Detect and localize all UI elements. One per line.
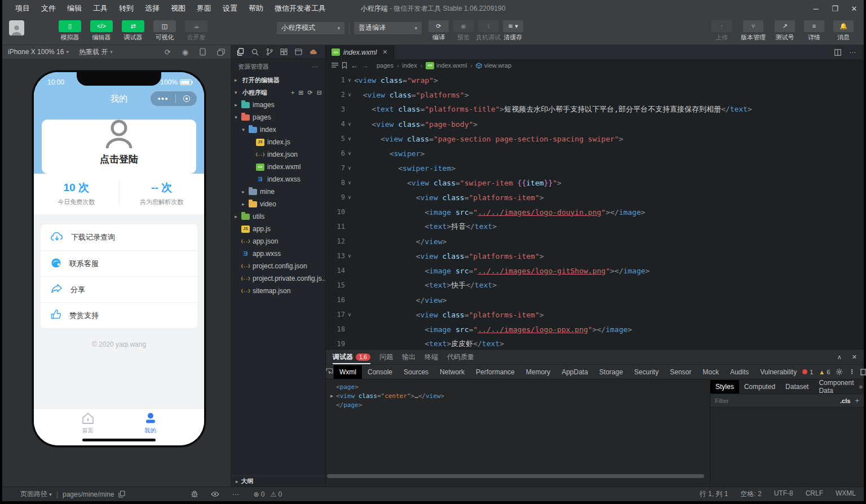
cursor-position[interactable]: 行 1, 列 1 (700, 489, 728, 499)
menu-界面[interactable]: 界面 (192, 2, 216, 15)
menu-设置[interactable]: 设置 (218, 2, 242, 15)
fold-chevron-icon[interactable]: ∨ (345, 151, 354, 156)
close-button[interactable]: ✕ (845, 3, 864, 15)
test-account-button[interactable]: ↗测试号 (772, 20, 797, 42)
menu-item-donate[interactable]: 赞赏支持 (41, 302, 197, 328)
fold-chevron-icon[interactable]: ∨ (345, 165, 354, 171)
code-line-15[interactable]: 15 <text>快手</text> (326, 278, 864, 293)
page-path-selector[interactable]: 页面路径 ▾ (20, 489, 52, 499)
breadcrumb-item[interactable]: <>index.wxml (426, 62, 467, 69)
version-manage-button[interactable]: ⑂版本管理 (739, 20, 768, 42)
code-line-9[interactable]: 9∨ <view class="platforms-item"> (326, 190, 864, 205)
search-icon[interactable] (251, 48, 259, 56)
devtools-tab-Vulnerability[interactable]: Vulnerability (754, 365, 802, 379)
code-line-2[interactable]: 2∨ <view class="platforms"> (326, 87, 864, 102)
code-line-16[interactable]: 16 </view> (326, 293, 864, 307)
code-line-6[interactable]: 6∨ <swiper> (326, 146, 864, 161)
forward-icon[interactable]: → (361, 61, 369, 70)
menu-选择[interactable]: 选择 (140, 2, 165, 15)
tree-item-index.js[interactable]: JSindex.js (231, 136, 325, 148)
wxml-node[interactable]: </page> (330, 400, 710, 409)
tab-index-wxml[interactable]: <> index.wxml ✕ (326, 45, 394, 59)
filter-input[interactable] (715, 397, 836, 404)
login-card[interactable]: 点击登陆 (42, 120, 196, 174)
code-line-3[interactable]: 3 <text class="platforms-title">短视频去水印小帮… (326, 102, 864, 117)
tree-item-sitemap.json[interactable]: {..}sitemap.json (231, 285, 325, 297)
eol-setting[interactable]: CRLF (806, 489, 823, 499)
wxml-tree-view[interactable]: <page>▶<view class="center">…</view> </p… (326, 379, 710, 487)
extensions-icon[interactable] (280, 48, 288, 56)
horizontal-scrollbar[interactable] (327, 474, 709, 479)
tab-代码质量[interactable]: 代码质量 (447, 352, 474, 362)
menu-帮助[interactable]: 帮助 (244, 2, 268, 15)
add-style-button[interactable]: + (855, 396, 859, 405)
devtools-tab-Sources[interactable]: Sources (398, 365, 434, 379)
code-line-14[interactable]: 14 <image src="../../images/logo-gitShow… (326, 263, 864, 278)
devtools-tab-Wxml[interactable]: Wxml (334, 365, 362, 379)
new-file-icon[interactable]: + (291, 89, 294, 96)
menu-转到[interactable]: 转到 (114, 2, 139, 15)
devtools-tab-Mock[interactable]: Mock (697, 365, 724, 379)
tab-debugger[interactable]: 调试器1,6 (333, 350, 370, 364)
messages-button[interactable]: 🔔消息 (831, 20, 856, 42)
more-icon[interactable]: ●●● (157, 96, 168, 101)
more-actions-icon[interactable]: ⋯ (849, 48, 856, 56)
menu-item-contact-support[interactable]: 联系客服 (41, 250, 197, 276)
fold-chevron-icon[interactable]: ∨ (345, 253, 354, 259)
code-line-11[interactable]: 11 <text>抖音</text> (326, 219, 864, 234)
code-line-1[interactable]: 1∨<view class="wrap"> (326, 73, 864, 87)
code-line-12[interactable]: 12 </view> (326, 234, 864, 249)
devtools-tab-AppData[interactable]: AppData (556, 365, 594, 379)
menu-item-share[interactable]: 分享 (41, 276, 197, 302)
editor-toggle[interactable]: </>编辑器 (89, 20, 114, 42)
files-icon[interactable] (237, 48, 244, 56)
tree-item-images[interactable]: ▸images (231, 99, 325, 111)
code-line-4[interactable]: 4∨ <view class="page-body"> (326, 117, 864, 131)
tab-终端[interactable]: 终端 (425, 352, 438, 362)
open-editors-section[interactable]: ▸ 打开的编辑器 (231, 74, 325, 86)
login-button-label[interactable]: 点击登陆 (100, 153, 138, 166)
inspect-element-icon[interactable] (326, 365, 334, 379)
breadcrumb-item[interactable]: view.wrap (476, 62, 511, 69)
devtools-tab-Storage[interactable]: Storage (594, 365, 629, 379)
devtools-tab-Network[interactable]: Network (434, 365, 470, 379)
menu-视图[interactable]: 视图 (166, 2, 191, 15)
code-line-13[interactable]: 13∨ <view class="platforms-item"> (326, 249, 864, 263)
tree-item-mine[interactable]: ▸mine (231, 185, 325, 198)
menu-工具[interactable]: 工具 (88, 2, 113, 15)
details-button[interactable]: ≡详情 (802, 20, 827, 42)
breadcrumb-item[interactable]: pages (377, 62, 394, 69)
devtools-tab-Sensor[interactable]: Sensor (664, 365, 697, 379)
debugger-toggle[interactable]: ⇄调试器 (120, 20, 146, 42)
tree-item-index.wxml[interactable]: <>index.wxml (231, 161, 325, 173)
outline-section[interactable]: ▸ 大纲 (231, 475, 325, 487)
collapse-all-icon[interactable]: ⊟ (317, 89, 322, 96)
kebab-menu-icon[interactable]: ⋮ (849, 368, 855, 375)
close-icon[interactable]: ✕ (382, 48, 387, 56)
code-line-7[interactable]: 7∨ <swiper-item> (326, 161, 864, 175)
tree-item-pages[interactable]: ▾pages (231, 111, 325, 123)
tree-item-project.private.config.js[interactable]: {..}project.private.config.js… (231, 272, 325, 285)
clear-cache-button[interactable]: ≋ ▾清缓存 (501, 20, 525, 42)
refresh-icon[interactable]: ⟳ (308, 89, 313, 96)
account-avatar[interactable] (9, 20, 24, 36)
overflow-tabs-icon[interactable]: » (859, 383, 866, 391)
menu-项目[interactable]: 项目 (10, 2, 35, 15)
wxml-node[interactable]: ▶<view class="center">…</view> (330, 391, 710, 400)
close-icon[interactable]: ✕ (852, 353, 857, 361)
hot-reload-toggle[interactable]: 热重载 开▾ (79, 47, 113, 57)
styles-tab-styles[interactable]: Styles (710, 380, 739, 394)
npm-cloud-icon[interactable] (310, 49, 317, 55)
split-editor-icon[interactable] (834, 49, 841, 56)
encoding-setting[interactable]: UTF-8 (774, 489, 793, 499)
styles-tab-dataset[interactable]: Dataset (780, 380, 814, 394)
tree-item-app.wxss[interactable]: ヨapp.wxss (231, 247, 325, 260)
fold-chevron-icon[interactable]: ∨ (345, 312, 354, 317)
code-editor[interactable]: 1∨<view class="wrap">2∨ <view class="pla… (326, 72, 864, 349)
mode-select[interactable]: 小程序模式▾ (277, 22, 344, 34)
tree-item-video[interactable]: ▸video (231, 198, 325, 210)
window-icon[interactable] (295, 48, 302, 55)
tab-问题[interactable]: 问题 (379, 352, 393, 362)
simulator-toggle[interactable]: ▯模拟器 (57, 20, 83, 42)
new-folder-icon[interactable]: ⊞ (298, 89, 303, 96)
